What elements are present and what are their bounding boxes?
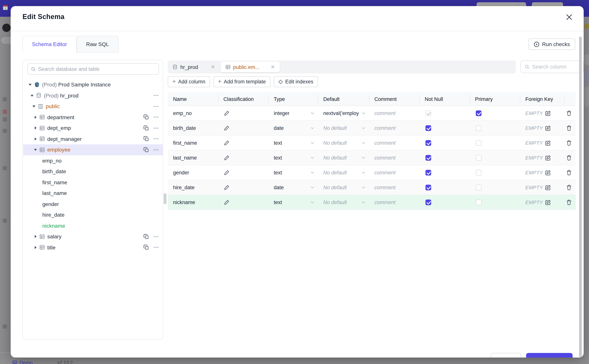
- add-from-template-button[interactable]: + Add from template: [213, 76, 270, 87]
- tab-chip-public-employee[interactable]: public.em...: [221, 62, 280, 72]
- tree-item-nickname[interactable]: nickname: [23, 220, 163, 231]
- edit-foreign-key-icon[interactable]: [545, 110, 551, 116]
- expand-caret-icon[interactable]: [33, 245, 38, 250]
- primary-checkbox[interactable]: [476, 170, 482, 175]
- column-search[interactable]: [520, 60, 584, 73]
- copy-icon[interactable]: [143, 233, 149, 240]
- comment-input[interactable]: comment: [369, 110, 419, 116]
- more-icon[interactable]: [153, 233, 159, 240]
- type-select[interactable]: date: [268, 184, 318, 190]
- default-select[interactable]: nextval('employ: [318, 110, 369, 116]
- pencil-icon[interactable]: [223, 125, 229, 131]
- close-tab-icon[interactable]: [211, 65, 215, 69]
- collapse-caret-icon[interactable]: [30, 93, 34, 98]
- tree-item-hire_date[interactable]: hire_date: [23, 209, 163, 220]
- expand-caret-icon[interactable]: [33, 137, 38, 141]
- more-icon[interactable]: [153, 103, 159, 110]
- tree-item-last_name[interactable]: last_name: [23, 188, 163, 199]
- edit-foreign-key-icon[interactable]: [545, 140, 551, 146]
- pencil-icon[interactable]: [223, 169, 229, 176]
- tree-item-department[interactable]: department: [23, 112, 163, 123]
- tab-schema-editor[interactable]: Schema Editor: [22, 36, 77, 52]
- tab-chip-hr-prod[interactable]: hr_prod: [168, 60, 220, 73]
- copy-icon[interactable]: [143, 244, 149, 251]
- pencil-icon[interactable]: [223, 199, 229, 205]
- delete-column-icon[interactable]: [566, 125, 572, 131]
- default-select[interactable]: No default: [318, 140, 369, 146]
- default-select[interactable]: No default: [318, 170, 369, 175]
- tab-raw-sql[interactable]: Raw SQL: [77, 36, 119, 52]
- tree-item-emp_no[interactable]: emp_no: [23, 155, 163, 166]
- copy-icon[interactable]: [143, 125, 149, 131]
- primary-checkbox[interactable]: [476, 140, 482, 146]
- expand-caret-icon[interactable]: [33, 115, 38, 120]
- add-column-button[interactable]: + Add column: [168, 76, 210, 87]
- primary-checkbox[interactable]: [476, 125, 482, 131]
- pencil-icon[interactable]: [223, 140, 229, 146]
- type-select[interactable]: text: [268, 170, 318, 175]
- tree-item-birth_date[interactable]: birth_date: [23, 166, 163, 177]
- default-select[interactable]: No default: [318, 125, 369, 131]
- tree-item-employee[interactable]: employee: [23, 144, 163, 155]
- expand-caret-icon[interactable]: [33, 234, 38, 239]
- collapse-caret-icon[interactable]: [28, 82, 32, 87]
- tree-item-gender[interactable]: gender: [23, 199, 163, 209]
- pencil-icon[interactable]: [223, 184, 229, 190]
- comment-input[interactable]: comment: [369, 155, 419, 161]
- edit-foreign-key-icon[interactable]: [545, 125, 551, 131]
- not-null-checkbox[interactable]: [425, 184, 431, 190]
- collapse-caret-icon[interactable]: [32, 104, 36, 109]
- tree-item-dept_manager[interactable]: dept_manager: [23, 133, 163, 144]
- type-select[interactable]: text: [268, 155, 318, 161]
- edit-foreign-key-icon[interactable]: [545, 155, 551, 161]
- type-select[interactable]: text: [268, 140, 318, 146]
- tree-item-first_name[interactable]: first_name: [23, 177, 163, 188]
- column-name-cell[interactable]: birth_date: [168, 125, 218, 131]
- column-name-cell[interactable]: first_name: [168, 140, 218, 146]
- cancel-button[interactable]: Cancel: [491, 353, 521, 358]
- edit-foreign-key-icon[interactable]: [545, 169, 551, 176]
- column-name-cell[interactable]: last_name: [168, 155, 218, 161]
- preview-issue-button[interactable]: Preview issue: [526, 353, 573, 358]
- column-name-cell[interactable]: emp_no: [168, 110, 218, 116]
- tree-item-prod-sample-instance[interactable]: (Prod) Prod Sample Instance: [23, 79, 163, 90]
- comment-input[interactable]: comment: [369, 140, 419, 146]
- more-icon[interactable]: [153, 146, 159, 153]
- tree-search[interactable]: [27, 63, 159, 75]
- default-select[interactable]: No default: [318, 199, 369, 205]
- edit-foreign-key-icon[interactable]: [545, 199, 551, 205]
- delete-column-icon[interactable]: [566, 199, 572, 205]
- primary-checkbox[interactable]: [476, 110, 482, 116]
- not-null-checkbox[interactable]: [425, 140, 431, 146]
- primary-checkbox[interactable]: [476, 199, 482, 205]
- comment-input[interactable]: comment: [369, 199, 419, 205]
- edit-indexes-button[interactable]: Edit indexes: [274, 76, 318, 87]
- close-icon[interactable]: [566, 14, 574, 22]
- expand-caret-icon[interactable]: [33, 126, 38, 130]
- dialog-scrollbar[interactable]: [579, 37, 582, 357]
- column-name-cell[interactable]: gender: [168, 170, 218, 175]
- more-icon[interactable]: [153, 136, 159, 143]
- not-null-checkbox[interactable]: [425, 155, 431, 161]
- column-search-input[interactable]: [532, 64, 574, 70]
- more-icon[interactable]: [153, 92, 159, 99]
- panel-resize-handle[interactable]: [164, 193, 167, 204]
- delete-column-icon[interactable]: [566, 140, 572, 146]
- delete-column-icon[interactable]: [566, 110, 572, 116]
- column-name-cell[interactable]: hire_date: [168, 184, 218, 190]
- comment-input[interactable]: comment: [369, 125, 419, 131]
- type-select[interactable]: text: [268, 199, 318, 205]
- delete-column-icon[interactable]: [566, 169, 572, 176]
- edit-foreign-key-icon[interactable]: [545, 184, 551, 190]
- delete-column-icon[interactable]: [566, 184, 572, 190]
- pencil-icon[interactable]: [223, 110, 229, 116]
- more-icon[interactable]: [153, 244, 159, 251]
- tree-item-salary[interactable]: salary: [23, 231, 163, 242]
- type-select[interactable]: date: [268, 125, 318, 131]
- primary-checkbox[interactable]: [476, 184, 482, 190]
- copy-icon[interactable]: [143, 146, 149, 153]
- not-null-checkbox[interactable]: [425, 170, 431, 175]
- comment-input[interactable]: comment: [369, 184, 419, 190]
- more-icon[interactable]: [153, 114, 159, 121]
- delete-column-icon[interactable]: [566, 155, 572, 161]
